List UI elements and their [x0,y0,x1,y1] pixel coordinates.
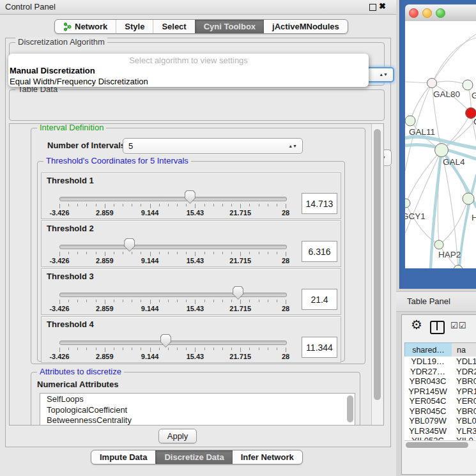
list-scrollbar-thumb[interactable] [347,395,353,422]
slider-tick [141,204,141,206]
tab-discretize-data[interactable]: Discretize Data [155,450,232,464]
cell-name: YBL0 [451,416,476,426]
slider-tick [114,300,114,302]
minimize-traffic-light-icon[interactable] [422,8,432,18]
float-window-icon[interactable] [369,4,376,11]
list-item[interactable]: TopologicalCoefficient [40,405,344,416]
slider-track[interactable] [59,245,287,249]
apply-button[interactable]: Apply [158,429,197,443]
network-node[interactable] [435,144,449,157]
slider-tick [141,348,141,350]
application-root: Control Panel ✖ Network Style Select Cyn… [0,0,476,476]
checkbox-icons[interactable]: ☑☑ [450,321,466,330]
slider-tick [231,300,232,302]
slider-tick [132,300,132,302]
slider-tick [277,204,277,206]
network-node-label: H [472,213,476,222]
threshold-value-field[interactable]: 14.713 [302,193,337,214]
column-header-shared-name[interactable]: shared… [404,342,452,357]
slider-tick-label: 28 [282,353,289,360]
slider-track[interactable] [59,341,287,345]
slider-thumb[interactable] [185,190,196,204]
slider-tick [159,252,160,254]
table-row[interactable]: YBR045CYBR0 [404,406,476,417]
slider-tick [231,348,232,350]
tab-label: Style [125,22,144,31]
slider-tick-label: 2.859 [96,353,114,360]
attribute-items: SelfLoopsTopologicalCoefficientBetweenne… [40,394,344,426]
table-row[interactable]: YER054CYER0 [404,396,476,406]
tab-infer-network[interactable]: Infer Network [233,450,302,464]
close-icon[interactable]: ✖ [379,1,386,11]
zoom-traffic-light-icon[interactable] [436,8,445,18]
slider-track[interactable] [59,197,287,201]
slider-tick [86,252,87,254]
slider-tick-label: 21.715 [229,209,251,217]
slider-tick-label: 28 [282,257,289,265]
slider-thumb[interactable] [124,238,135,252]
network-node[interactable] [463,193,474,204]
table-row[interactable]: YDR27…YDR2 [404,367,476,377]
slider-thumb[interactable] [160,334,171,348]
slider-tick [240,204,241,208]
slider-tick [286,252,286,256]
tab-style[interactable]: Style [116,20,153,33]
table-row[interactable]: YPR145WYPR1 [404,387,476,397]
network-canvas[interactable]: GAL80GACGAL11GAL4GCY1HHAP2 [405,21,476,268]
network-node[interactable] [434,240,443,249]
control-panel: Control Panel ✖ Network Style Select Cyn… [0,0,396,476]
scrollbar-track[interactable] [371,124,383,425]
threshold-value-field[interactable]: 6.316 [302,241,337,262]
network-window-titlebar[interactable] [405,4,476,22]
tab-select[interactable]: Select [153,20,194,33]
table-panel-title: Table Panel [407,296,450,306]
slider-track[interactable] [59,293,287,297]
tab-cyni-toolbox[interactable]: Cyni Toolbox [195,20,264,33]
tab-network[interactable]: Network [55,20,116,33]
slider-tick [177,300,178,302]
scrollbar-thumb[interactable] [374,129,381,400]
cell-shared-name: YBL079W [404,416,451,426]
numerical-attributes-list[interactable]: SelfLoopsTopologicalCoefficientBetweenne… [40,393,355,426]
table-row[interactable]: YDL19…YDL1 [404,357,476,367]
network-node[interactable] [463,80,473,90]
slider-tick [114,252,114,254]
slider-tick [168,300,169,302]
close-traffic-light-icon[interactable] [409,8,418,18]
cell-name: YPR1 [451,387,476,396]
slider-tick [277,300,277,302]
tab-impute-data[interactable]: Impute Data [91,450,155,464]
slider-thumb-face [185,191,195,203]
tab-jactivemnodules[interactable]: jActiveMNodules [264,20,348,33]
table-row[interactable]: YIL052CYIL0 [404,436,476,440]
column-header-name[interactable]: na [452,342,476,357]
network-node[interactable] [405,199,410,208]
network-node-label: GAL11 [409,127,435,137]
horizontal-scrollbar-thumb[interactable] [406,442,468,448]
gear-icon[interactable]: ⚙ [411,317,422,332]
network-node[interactable] [427,79,437,88]
threshold-value-field[interactable]: 11.344 [302,337,337,358]
table-row[interactable]: YBL079WYBL0 [404,416,476,426]
slider-thumb[interactable] [233,286,243,300]
slider-tick [77,252,78,254]
dropdown-option-manual[interactable]: Manual Discretization [8,65,369,76]
dropdown-option-equal-width[interactable]: Equal Width/Frequency Discretization [8,76,369,87]
list-item[interactable]: SelfLoops [40,394,344,405]
slider-tick-label: 9.144 [141,353,159,360]
slider-tick [77,348,78,350]
group-title: Threshold's Coordinates for 5 Intervals [43,156,191,165]
cell-shared-name: YBR045C [404,406,451,416]
threshold-value-field[interactable]: 21.4 [302,289,337,310]
list-item[interactable]: BetweennessCentrality [40,415,344,426]
table-row[interactable]: YLR345WYLR3 [404,426,476,436]
column-layout-icon[interactable] [430,321,445,334]
slider-tick-label: -3.426 [49,257,69,265]
slider-tick-label: 2.859 [96,305,114,312]
number-of-intervals-combobox[interactable]: 5 ▲▼ [123,138,303,154]
table-row[interactable]: YBR043CYBR0 [404,376,476,387]
slider-tick [268,300,268,302]
network-node[interactable] [405,116,415,126]
cell-name: YBR0 [451,406,476,416]
horizontal-scrollbar-track[interactable] [404,440,476,449]
